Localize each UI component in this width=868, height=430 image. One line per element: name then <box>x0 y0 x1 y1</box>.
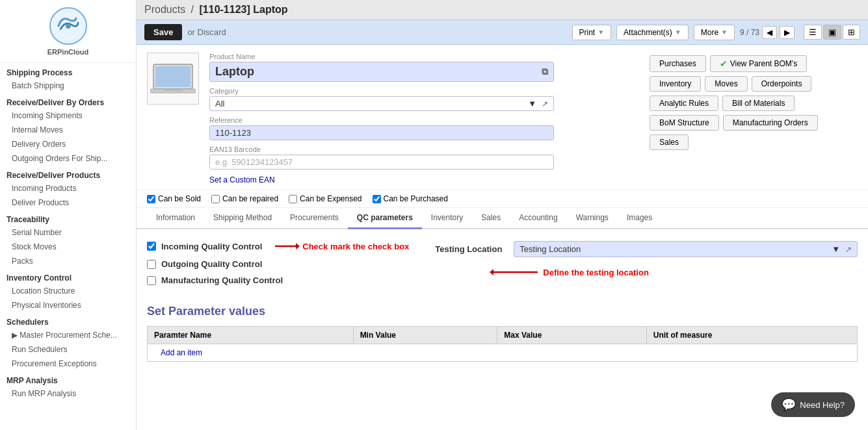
sidebar-section-schedulers: Schedulers ▶ Master Procurement Sche... … <box>0 312 136 371</box>
category-select[interactable]: All ▼ ↗ <box>209 96 554 111</box>
sidebar-section-receive-by-orders: Receive/Deliver By Orders Incoming Shipm… <box>0 93 136 166</box>
manufacturing-qc-checkbox[interactable] <box>147 276 156 285</box>
sidebar-item-serial-number[interactable]: Serial Number <box>0 225 136 240</box>
orderpoints-button[interactable]: Orderpoints <box>752 76 812 92</box>
right-btns-row-4: BoM Structure Manufacturing Orders <box>650 115 858 131</box>
can-be-purchased-input[interactable] <box>373 195 381 203</box>
sidebar-item-run-mrp[interactable]: Run MRP Analysis <box>0 386 136 401</box>
reference-input[interactable]: 110-1123 <box>209 125 554 140</box>
can-be-sold-input[interactable] <box>147 195 155 203</box>
can-be-repaired-label: Can be repaired <box>222 194 278 203</box>
svg-point-1 <box>66 23 71 29</box>
inventory-button[interactable]: Inventory <box>650 76 701 92</box>
category-external-icon[interactable]: ↗ <box>542 99 548 108</box>
sidebar-item-delivery-orders[interactable]: Delivery Orders <box>0 137 136 151</box>
tab-accounting[interactable]: Accounting <box>510 208 566 229</box>
view-form-button[interactable]: ▣ <box>823 25 841 40</box>
ean-input[interactable]: e.g. 5901234123457 <box>209 155 554 170</box>
testing-location-dropdown-icon: ▼ <box>832 244 840 254</box>
print-button[interactable]: Print ▼ <box>572 25 612 40</box>
view-grid-button[interactable]: ⊞ <box>843 25 860 40</box>
topnav: Products / [110-1123] Laptop <box>137 0 868 20</box>
sidebar-item-internal-moves[interactable]: Internal Moves <box>0 123 136 137</box>
help-button[interactable]: 💬 Need Help? <box>771 392 855 417</box>
view-list-button[interactable]: ☰ <box>804 25 822 40</box>
sidebar-item-procurement-exceptions[interactable]: Procurement Exceptions <box>0 357 136 371</box>
can-be-expensed-input[interactable] <box>289 195 297 203</box>
tab-warnings[interactable]: Warnings <box>567 208 618 229</box>
sidebar-section-title-shipping: Shipping Process <box>0 63 136 79</box>
sidebar-section-shipping: Shipping Process Batch Shipping <box>0 63 136 93</box>
pagination-next[interactable]: ▶ <box>780 26 795 39</box>
can-be-expensed-checkbox[interactable]: Can be Expensed <box>289 194 362 203</box>
can-be-purchased-checkbox[interactable]: Can be Purchased <box>373 194 448 203</box>
can-be-repaired-checkbox[interactable]: Can be repaired <box>211 194 278 203</box>
sidebar-item-physical-inventories[interactable]: Physical Inventories <box>0 298 136 312</box>
manufacturing-orders-button[interactable]: Manufacturing Orders <box>723 115 818 131</box>
product-name-input[interactable]: Laptop ⧉ <box>209 62 554 82</box>
outgoing-qc-checkbox[interactable] <box>147 260 156 269</box>
breadcrumb-parent[interactable]: Products <box>144 4 185 15</box>
tab-sales[interactable]: Sales <box>472 208 510 229</box>
bill-of-materials-button[interactable]: Bill of Materials <box>722 95 795 111</box>
can-be-purchased-label: Can be Purchased <box>384 194 448 203</box>
tab-information[interactable]: Information <box>147 208 204 229</box>
testing-location-select[interactable]: Testing Location ▼ ↗ <box>514 241 858 257</box>
discard-label[interactable]: or Discard <box>187 27 226 37</box>
more-caret: ▼ <box>721 29 728 36</box>
sidebar-item-packs[interactable]: Packs <box>0 254 136 268</box>
product-name-field: Product Name Laptop ⧉ <box>209 53 639 82</box>
help-icon: 💬 <box>782 398 796 412</box>
svg-marker-7 <box>296 243 300 249</box>
testing-location-value: Testing Location <box>519 244 581 254</box>
tab-procurements[interactable]: Procurements <box>281 208 348 229</box>
analytic-rules-button[interactable]: Analytic Rules <box>650 95 718 111</box>
can-be-repaired-input[interactable] <box>211 195 220 203</box>
sidebar-section-title-trace: Traceability <box>0 210 136 225</box>
sidebar-item-deliver-products[interactable]: Deliver Products <box>0 196 136 210</box>
sidebar-section-title-schedulers: Schedulers <box>0 312 136 328</box>
category-field: Category All ▼ ↗ <box>209 87 639 111</box>
annotation-location-text: Define the testing location <box>543 268 649 277</box>
sidebar-item-batch-shipping[interactable]: Batch Shipping <box>0 79 136 93</box>
purchases-button[interactable]: Purchases <box>650 55 706 72</box>
add-item-link[interactable]: Add an item <box>154 346 209 360</box>
tab-qc-parameters[interactable]: QC parameters <box>348 208 422 229</box>
ean-placeholder: e.g. 5901234123457 <box>215 157 293 167</box>
product-header: Product Name Laptop ⧉ Category All ▼ ↗ <box>137 45 868 190</box>
can-be-sold-checkbox[interactable]: Can be Sold <box>147 194 201 203</box>
sidebar-item-master-procurement[interactable]: ▶ Master Procurement Sche... <box>0 328 136 342</box>
copy-icon[interactable]: ⧉ <box>542 66 548 77</box>
checkboxes-row: Can be Sold Can be repaired Can be Expen… <box>137 190 868 208</box>
save-button[interactable]: Save <box>144 24 182 40</box>
attachments-button[interactable]: Attachment(s) ▼ <box>616 25 689 40</box>
custom-ean-link[interactable]: Set a Custom EAN <box>209 175 275 184</box>
sidebar-item-outgoing-orders[interactable]: Outgoing Orders For Ship... <box>0 151 136 166</box>
green-check-icon: ✔ <box>720 58 728 69</box>
tab-shipping-method[interactable]: Shipping Method <box>204 208 281 229</box>
arrow-left-icon <box>487 262 539 282</box>
moves-button[interactable]: Moves <box>705 76 747 92</box>
outgoing-qc-label: Outgoing Quality Control <box>161 259 262 269</box>
sidebar-item-incoming-shipments[interactable]: Incoming Shipments <box>0 108 136 123</box>
print-caret: ▼ <box>598 29 604 36</box>
help-label: Need Help? <box>800 400 845 410</box>
more-button[interactable]: More ▼ <box>694 25 735 40</box>
pagination-prev[interactable]: ◀ <box>762 26 777 39</box>
col-min-value: Min Value <box>353 327 497 344</box>
view-parent-bom-button[interactable]: ✔ View Parent BOM's <box>710 55 807 72</box>
testing-location-external-icon[interactable]: ↗ <box>845 245 852 254</box>
product-name-value: Laptop <box>215 65 254 79</box>
pagination-text: 9 / 73 <box>740 28 759 37</box>
svg-rect-3 <box>155 66 191 87</box>
sales-button[interactable]: Sales <box>650 134 689 150</box>
incoming-qc-checkbox[interactable] <box>147 242 156 251</box>
sidebar-item-run-schedulers[interactable]: Run Schedulers <box>0 342 136 357</box>
tab-inventory[interactable]: Inventory <box>422 208 472 229</box>
sidebar-item-location-structure[interactable]: Location Structure <box>0 284 136 298</box>
sidebar-section-traceability: Traceability Serial Number Stock Moves P… <box>0 210 136 268</box>
sidebar-item-stock-moves[interactable]: Stock Moves <box>0 240 136 254</box>
sidebar-item-incoming-products[interactable]: Incoming Products <box>0 181 136 196</box>
bom-structure-button[interactable]: BoM Structure <box>650 115 719 131</box>
tab-images[interactable]: Images <box>618 208 661 229</box>
